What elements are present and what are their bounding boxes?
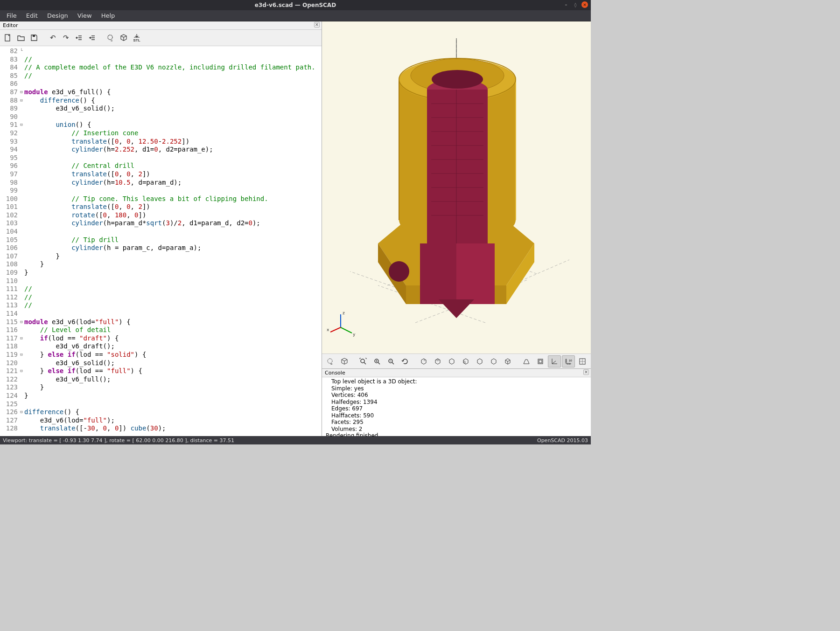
minimize-icon[interactable]: – <box>563 1 569 8</box>
svg-point-34 <box>361 359 364 363</box>
export-stl-button[interactable]: STL <box>131 32 143 44</box>
console-title-label: Console <box>325 370 345 376</box>
console-line: Top level object is a 3D object: <box>326 378 587 385</box>
menu-edit[interactable]: Edit <box>21 11 42 20</box>
menubar: File Edit Design View Help <box>0 10 591 21</box>
vt-front-button[interactable] <box>473 355 486 368</box>
vt-back-button[interactable] <box>487 355 500 368</box>
svg-text:»: » <box>330 362 333 366</box>
console-line: Halfedges: 1394 <box>326 399 587 406</box>
svg-text:x: x <box>327 327 329 332</box>
editor-title-label: Editor <box>3 22 18 28</box>
maximize-icon[interactable]: ◊ <box>572 1 579 8</box>
svg-line-47 <box>552 361 556 364</box>
window-title: e3d-v6.scad — OpenSCAD <box>255 2 336 8</box>
vt-orthogonal-button[interactable] <box>534 355 547 368</box>
svg-line-37 <box>378 362 380 364</box>
svg-rect-1 <box>33 35 35 37</box>
menu-help[interactable]: Help <box>97 11 120 20</box>
svg-line-27 <box>341 327 352 333</box>
console-line: Vertices: 406 <box>326 392 587 399</box>
code-editor[interactable]: 8283848586878889909192939495969798991001… <box>0 46 322 436</box>
vt-preview-button[interactable]: » <box>324 355 337 368</box>
menu-view[interactable]: View <box>73 11 97 20</box>
vt-perspective-button[interactable] <box>520 355 533 368</box>
console-panel-title: Console × <box>322 369 591 377</box>
svg-point-16 <box>432 70 483 89</box>
editor-toolbar: ↶ ↷ » STL <box>0 30 322 46</box>
vt-top-button[interactable] <box>431 355 444 368</box>
console-panel: Console × Top level object is a 3D objec… <box>322 368 591 436</box>
vt-bottom-button[interactable] <box>445 355 458 368</box>
3d-viewport[interactable]: z y x <box>322 21 591 354</box>
status-viewport-info: Viewport: translate = [ -0.93 1.30 7.74 … <box>3 437 234 444</box>
vt-resetview-button[interactable] <box>399 355 412 368</box>
svg-line-28 <box>330 327 341 332</box>
undo-button[interactable]: ↶ <box>47 32 59 44</box>
console-line: Volumes: 2 <box>326 426 587 433</box>
svg-text:10: 10 <box>569 359 572 362</box>
svg-rect-44 <box>539 360 542 363</box>
unindent-button[interactable] <box>73 32 85 44</box>
vt-diagonal-button[interactable] <box>501 355 514 368</box>
vt-render-button[interactable] <box>338 355 351 368</box>
console-output[interactable]: Top level object is a 3D object: Simple:… <box>322 377 591 436</box>
open-button[interactable] <box>15 32 27 44</box>
menu-design[interactable]: Design <box>42 11 73 20</box>
console-close-icon[interactable]: × <box>583 369 589 375</box>
vt-zoomout-button[interactable] <box>385 355 398 368</box>
status-version: OpenSCAD 2015.03 <box>537 437 588 444</box>
menu-file[interactable]: File <box>2 11 21 20</box>
redo-button[interactable]: ↷ <box>60 32 72 44</box>
save-button[interactable] <box>28 32 40 44</box>
svg-text:z: z <box>343 311 345 315</box>
vt-left-button[interactable] <box>459 355 472 368</box>
vt-axes-button[interactable] <box>548 355 561 368</box>
svg-text:y: y <box>353 332 356 337</box>
svg-point-13 <box>389 261 409 282</box>
view-toolbar: » 10 <box>322 354 591 368</box>
vt-crosshairs-button[interactable] <box>576 355 589 368</box>
indent-button[interactable] <box>86 32 98 44</box>
render-button[interactable] <box>118 32 130 44</box>
svg-line-41 <box>392 362 394 364</box>
stl-label: STL <box>133 39 140 42</box>
window-controls: – ◊ × <box>563 1 588 8</box>
console-line: Rendering finished. <box>326 432 587 436</box>
titlebar: e3d-v6.scad — OpenSCAD – ◊ × <box>0 0 591 10</box>
new-button[interactable] <box>2 32 14 44</box>
console-line: Edges: 697 <box>326 405 587 412</box>
close-icon[interactable]: × <box>581 1 588 8</box>
svg-text:»: » <box>111 39 113 42</box>
rendered-model: z y x <box>322 21 591 354</box>
vt-right-button[interactable] <box>417 355 430 368</box>
preview-button[interactable]: » <box>105 32 117 44</box>
editor-close-icon[interactable]: × <box>314 22 320 28</box>
console-line: Facets: 295 <box>326 419 587 426</box>
statusbar: Viewport: translate = [ -0.93 1.30 7.74 … <box>0 436 591 444</box>
vt-viewall-button[interactable] <box>357 355 370 368</box>
console-line: Halffacets: 590 <box>326 412 587 419</box>
editor-panel: Editor × ↶ ↷ » STL 828384858687888990919… <box>0 21 322 436</box>
console-line: Simple: yes <box>326 385 587 392</box>
vt-zoomin-button[interactable] <box>371 355 384 368</box>
vt-scalemarkers-button[interactable]: 10 <box>562 355 575 368</box>
editor-panel-title: Editor × <box>0 21 322 30</box>
svg-line-35 <box>364 362 366 364</box>
